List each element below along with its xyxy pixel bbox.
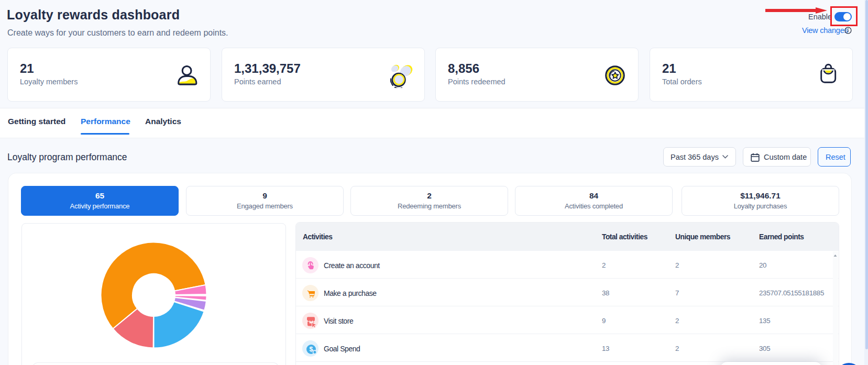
svg-text:$: $: [310, 346, 313, 353]
